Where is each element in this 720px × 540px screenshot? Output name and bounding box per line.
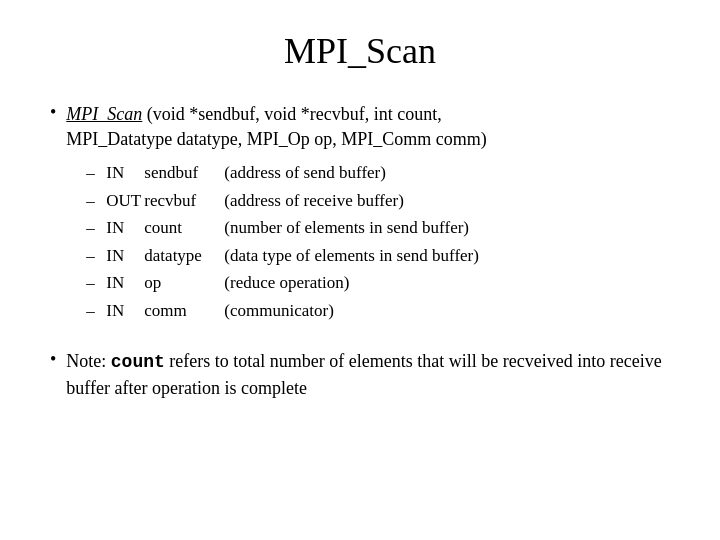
dash-2: –: [86, 215, 98, 241]
param-name-1: recvbuf: [144, 188, 224, 214]
param-name-5: comm: [144, 298, 224, 324]
main-content: • MPI_Scan (void *sendbuf, void *recvbuf…: [50, 102, 670, 401]
param-desc-4: (reduce operation): [224, 270, 349, 296]
param-name-4: op: [144, 270, 224, 296]
param-name-0: sendbuf: [144, 160, 224, 186]
param-desc-1: (address of receive buffer): [224, 188, 404, 214]
direction-5: IN: [106, 298, 144, 324]
dash-5: –: [86, 298, 98, 324]
param-row-count: – IN count (number of elements in send b…: [86, 215, 486, 241]
function-name: MPI_Scan: [66, 104, 142, 124]
signature-part2: MPI_Datatype datatype, MPI_Op op, MPI_Co…: [66, 129, 486, 149]
param-name-2: count: [144, 215, 224, 241]
dash-1: –: [86, 188, 98, 214]
note-section: • Note: count refers to total number of …: [50, 349, 670, 400]
note-keyword: count: [111, 352, 165, 372]
param-desc-2: (number of elements in send buffer): [224, 215, 469, 241]
param-row-sendbuf: – IN sendbuf (address of send buffer): [86, 160, 486, 186]
param-desc-5: (communicator): [224, 298, 334, 324]
dash-3: –: [86, 243, 98, 269]
param-row-recvbuf: – OUT recvbuf (address of receive buffer…: [86, 188, 486, 214]
dash-0: –: [86, 160, 98, 186]
direction-1: OUT: [106, 188, 144, 214]
direction-4: IN: [106, 270, 144, 296]
param-row-datatype: – IN datatype (data type of elements in …: [86, 243, 486, 269]
page-title: MPI_Scan: [284, 30, 436, 72]
param-name-3: datatype: [144, 243, 224, 269]
param-row-comm: – IN comm (communicator): [86, 298, 486, 324]
direction-2: IN: [106, 215, 144, 241]
param-desc-3: (data type of elements in send buffer): [224, 243, 479, 269]
bullet-symbol: •: [50, 102, 56, 123]
bullet-1-section: • MPI_Scan (void *sendbuf, void *recvbuf…: [50, 102, 670, 331]
function-signature: MPI_Scan (void *sendbuf, void *recvbuf, …: [66, 102, 486, 152]
param-desc-0: (address of send buffer): [224, 160, 386, 186]
note-prefix: Note:: [66, 351, 111, 371]
note-text: Note: count refers to total number of el…: [66, 349, 670, 400]
note-bullet-symbol: •: [50, 349, 56, 370]
params-table: – IN sendbuf (address of send buffer) – …: [86, 160, 486, 323]
bullet-1-text: MPI_Scan (void *sendbuf, void *recvbuf, …: [66, 102, 486, 331]
direction-0: IN: [106, 160, 144, 186]
signature-part1: (void *sendbuf, void *recvbuf, int count…: [142, 104, 441, 124]
direction-3: IN: [106, 243, 144, 269]
dash-4: –: [86, 270, 98, 296]
param-row-op: – IN op (reduce operation): [86, 270, 486, 296]
